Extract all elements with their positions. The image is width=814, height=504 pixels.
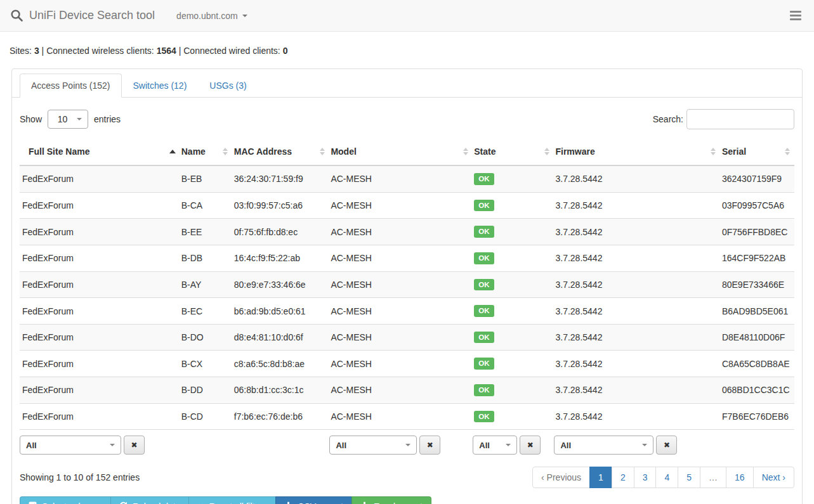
filter-select-value: All bbox=[560, 441, 636, 450]
filter-select-state[interactable]: All bbox=[473, 436, 517, 455]
sort-both-icon bbox=[223, 148, 228, 155]
cell-name: B-EC bbox=[180, 298, 233, 325]
cell-firmware: 3.7.28.5442 bbox=[554, 192, 721, 219]
page-size-value: 10 bbox=[54, 114, 71, 124]
cell-site: FedExForum bbox=[20, 377, 180, 404]
chevron-down-icon bbox=[405, 444, 410, 446]
table-row: FedExForumB-CA03:f0:99:57:c5:a6AC-MESHOK… bbox=[20, 192, 794, 219]
pagination-page-4[interactable]: 4 bbox=[655, 467, 678, 488]
search-input[interactable] bbox=[686, 109, 794, 129]
reload-data-button[interactable]: Reload data bbox=[110, 496, 190, 504]
cell-firmware: 3.7.28.5442 bbox=[554, 351, 721, 377]
pagination-page-5[interactable]: 5 bbox=[678, 467, 700, 488]
cell-state: OK bbox=[473, 165, 554, 192]
column-header-serial[interactable]: Serial bbox=[721, 138, 794, 165]
csv-export-button[interactable]: CSV export bbox=[275, 496, 352, 504]
filter-select-model[interactable]: All bbox=[329, 436, 417, 455]
column-header-mac[interactable]: MAC Address bbox=[233, 138, 330, 165]
cell-serial: 0F756FFBD8EC bbox=[721, 219, 794, 245]
download-icon bbox=[360, 501, 369, 504]
filter-select-value: All bbox=[26, 441, 104, 450]
tabs: Access Points (152)Switches (12)USGs (3) bbox=[20, 74, 794, 97]
column-label: Firmware bbox=[555, 146, 594, 157]
cell-state: OK bbox=[473, 377, 554, 404]
cell-firmware: 3.7.28.5442 bbox=[554, 403, 721, 430]
cell-model: AC-MESH bbox=[329, 192, 473, 219]
status-badge: OK bbox=[474, 252, 494, 264]
pagination-page-1[interactable]: 1 bbox=[589, 467, 612, 488]
clear-filter-button[interactable]: ✖ bbox=[419, 436, 440, 455]
page-size-select[interactable]: 10 bbox=[48, 110, 88, 129]
stat-item: Connected wired clients: 0 bbox=[183, 46, 287, 56]
chevron-down-icon bbox=[506, 444, 511, 446]
pagination-previous[interactable]: ‹ Previous bbox=[532, 467, 590, 488]
menu-icon[interactable] bbox=[787, 7, 804, 24]
cell-model: AC-MESH bbox=[329, 245, 473, 271]
cell-model: AC-MESH bbox=[329, 403, 473, 430]
pagination-page-16[interactable]: 16 bbox=[726, 467, 754, 488]
cell-state: OK bbox=[473, 245, 554, 271]
cell-name: B-DO bbox=[180, 324, 233, 351]
column-header-firmware[interactable]: Firmware bbox=[554, 138, 721, 165]
cell-mac: f7:b6:ec:76:de:b6 bbox=[233, 403, 330, 430]
app-title: UniFi Device Search tool bbox=[29, 9, 155, 22]
cell-firmware: 3.7.28.5442 bbox=[554, 219, 721, 245]
site-selector-label: demo.ubnt.com bbox=[176, 11, 238, 21]
cell-serial: 03F09957C5A6 bbox=[721, 192, 794, 219]
sort-both-icon bbox=[463, 148, 468, 155]
table-row: FedExForumB-DD06:8b:d1:cc:3c:1cAC-MESHOK… bbox=[20, 377, 794, 404]
stat-item: Sites: 3 bbox=[10, 46, 39, 56]
column-label: Name bbox=[181, 146, 206, 157]
pagination-page-2[interactable]: 2 bbox=[612, 467, 634, 488]
column-header-site[interactable]: Full Site Name bbox=[20, 138, 180, 165]
pagination: ‹ Previous12345…16Next › bbox=[532, 467, 794, 488]
select-columns-button[interactable]: Select columns bbox=[20, 496, 111, 504]
refresh-icon bbox=[119, 501, 128, 504]
pagination-page-3[interactable]: 3 bbox=[634, 467, 657, 488]
tab-switches[interactable]: Switches (12) bbox=[122, 74, 199, 98]
cell-serial: 3624307159F9 bbox=[721, 165, 794, 192]
table-row: FedExForumB-EE0f:75:6f:fb:d8:ecAC-MESHOK… bbox=[20, 219, 794, 245]
search-icon bbox=[10, 9, 23, 22]
column-label: Serial bbox=[722, 146, 746, 157]
status-badge: OK bbox=[474, 200, 494, 212]
cell-name: B-DB bbox=[180, 245, 233, 271]
cell-site: FedExForum bbox=[20, 298, 180, 325]
cell-site: FedExForum bbox=[20, 245, 180, 271]
x-icon: ✖ bbox=[427, 441, 433, 449]
pagination-next[interactable]: Next › bbox=[753, 467, 794, 488]
table-row: FedExForumB-ECb6:ad:9b:d5:e0:61AC-MESHOK… bbox=[20, 298, 794, 325]
tab-usgs[interactable]: USGs (3) bbox=[198, 74, 258, 98]
download-icon bbox=[284, 501, 292, 504]
column-header-name[interactable]: Name bbox=[180, 138, 233, 165]
status-badge: OK bbox=[474, 384, 494, 396]
app-brand[interactable]: UniFi Device Search tool bbox=[10, 9, 155, 22]
column-header-model[interactable]: Model bbox=[329, 138, 473, 165]
cell-mac: d8:e4:81:10:d0:6f bbox=[233, 324, 330, 351]
cell-mac: 80:e9:e7:33:46:6e bbox=[233, 271, 330, 298]
filter-cell-mac bbox=[233, 430, 330, 462]
site-selector-dropdown[interactable]: demo.ubnt.com bbox=[176, 11, 247, 21]
cell-mac: 06:8b:d1:cc:3c:1c bbox=[233, 377, 330, 404]
table-row: FedExForumB-EB36:24:30:71:59:f9AC-MESHOK… bbox=[20, 165, 794, 192]
cell-state: OK bbox=[473, 403, 554, 430]
filter-select-firmware[interactable]: All bbox=[554, 436, 653, 455]
reset-all-filters-button[interactable]: ✖Reset all filters bbox=[188, 496, 276, 504]
cell-state: OK bbox=[473, 351, 554, 377]
excel-export-button[interactable]: Excel export bbox=[351, 496, 431, 504]
filter-cell-name bbox=[180, 430, 233, 462]
clear-filter-button[interactable]: ✖ bbox=[124, 436, 145, 455]
cell-state: OK bbox=[473, 324, 554, 351]
filter-cell-firmware: All✖ bbox=[554, 430, 721, 462]
status-badge: OK bbox=[474, 358, 494, 370]
stat-item: Connected wireless clients: 1564 bbox=[46, 46, 176, 56]
filter-select-site[interactable]: All bbox=[20, 436, 121, 455]
cell-name: B-DD bbox=[180, 377, 233, 404]
cell-site: FedExForum bbox=[20, 219, 180, 245]
column-header-state[interactable]: State bbox=[473, 138, 554, 165]
cell-serial: F7B6EC76DEB6 bbox=[721, 403, 794, 430]
table-row: FedExForumB-CDf7:b6:ec:76:de:b6AC-MESHOK… bbox=[20, 403, 794, 430]
clear-filter-button[interactable]: ✖ bbox=[656, 436, 677, 455]
tab-access-points[interactable]: Access Points (152) bbox=[20, 74, 122, 98]
clear-filter-button[interactable]: ✖ bbox=[520, 436, 541, 455]
